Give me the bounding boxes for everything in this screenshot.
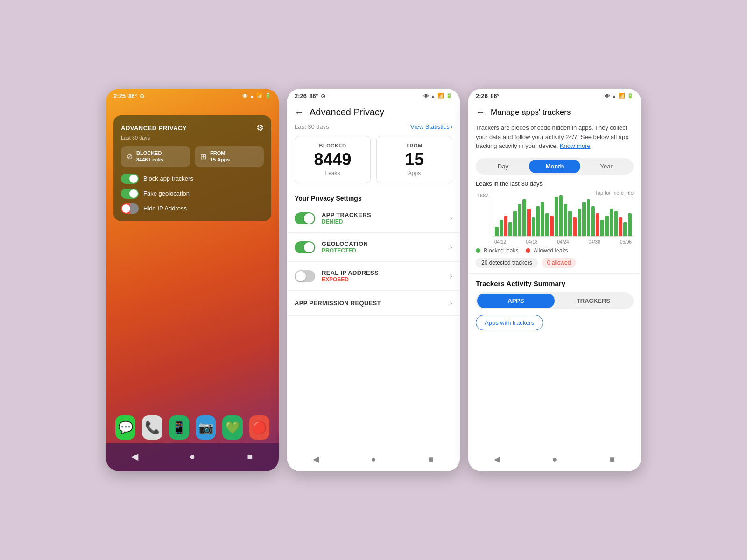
chart-bar-6[interactable]	[522, 199, 526, 236]
signal-icon-3: 📶	[619, 93, 625, 99]
chart-bar-19[interactable]	[582, 202, 586, 236]
time-3: 2:26	[476, 92, 488, 99]
ip-address-row[interactable]: REAL IP ADDRESS EXPOSED ›	[287, 262, 460, 291]
view-stats-button[interactable]: View Statistics ›	[410, 123, 452, 130]
chart-bar-15[interactable]	[564, 204, 567, 236]
home-button-1[interactable]: ●	[183, 447, 202, 466]
chart-bar-26[interactable]	[614, 211, 618, 236]
app-trackers-chevron[interactable]: ›	[450, 213, 452, 223]
fake-geo-toggle[interactable]	[121, 189, 139, 199]
permission-row[interactable]: APP PERMISSION REQUEST ›	[287, 291, 460, 316]
widget-from-stat[interactable]: ⊞ FROM 15 Apps	[195, 146, 264, 167]
geolocation-row[interactable]: GEOLOCATION PROTECTED ›	[287, 233, 460, 262]
recents-button-3[interactable]: ■	[604, 451, 620, 468]
chart-bar-24[interactable]	[605, 216, 609, 236]
chart-bar-3[interactable]	[508, 222, 512, 236]
chart-bar-28[interactable]	[623, 222, 627, 236]
blocked-card-label: BLOCKED	[303, 143, 363, 148]
ip-address-toggle[interactable]	[295, 270, 315, 282]
ip-address-chevron[interactable]: ›	[450, 271, 452, 281]
divider-3	[468, 273, 641, 274]
chart-tap-info: Tap for more info	[595, 190, 634, 196]
recents-button-1[interactable]: ■	[240, 447, 259, 466]
app-phone[interactable]: 📞	[142, 415, 162, 440]
chart-container[interactable]: Tap for more info 1687	[493, 190, 634, 237]
back-button-3[interactable]: ◀	[489, 451, 506, 468]
app-whatsapp[interactable]: 💚	[222, 415, 242, 440]
eye-icon-1: 👁	[242, 93, 247, 99]
chart-bar-22[interactable]	[596, 213, 599, 236]
recents-button-2[interactable]: ■	[423, 451, 439, 468]
activity-summary-label: Trackers Activity Summary	[468, 280, 641, 292]
app-camera[interactable]: 📷	[196, 415, 216, 440]
toggle-row-2: Fake geolocation	[121, 189, 264, 199]
widget-stats: ⊘ BLOCKED 8446 Leaks ⊞ FROM 15 Apps	[121, 146, 264, 167]
wifi-icon-2: ▲	[430, 93, 436, 99]
chart-bar-20[interactable]	[587, 199, 591, 236]
chart-bar-13[interactable]	[555, 197, 558, 236]
tab-trackers[interactable]: TRACKERS	[555, 294, 632, 308]
chart-bar-29[interactable]	[628, 213, 632, 236]
from-card: FROM 15 Apps	[376, 136, 452, 183]
chart-bar-27[interactable]	[619, 217, 622, 236]
chart-bar-17[interactable]	[573, 217, 577, 236]
back-button-2[interactable]: ◀	[308, 451, 324, 468]
tab-day[interactable]: Day	[477, 160, 529, 173]
chart-bar-10[interactable]	[541, 202, 544, 236]
chart-bar-25[interactable]	[610, 209, 613, 236]
chart-bar-16[interactable]	[568, 211, 572, 236]
tab-year[interactable]: Year	[580, 160, 632, 173]
chart-bar-1[interactable]	[500, 220, 503, 236]
home-button-3[interactable]: ●	[546, 451, 563, 468]
chart-bar-18[interactable]	[578, 209, 581, 236]
block-trackers-toggle[interactable]	[121, 174, 139, 184]
app-vivaldi[interactable]: 🔴	[249, 415, 269, 440]
chart-bar-7[interactable]	[527, 209, 531, 236]
chart-bar-14[interactable]	[559, 195, 563, 236]
temp-3: 86°	[491, 93, 499, 99]
chart-bar-4[interactable]	[513, 211, 517, 236]
back-arrow-3[interactable]: ←	[476, 107, 485, 118]
chart-bar-2[interactable]	[504, 216, 508, 236]
know-more-link[interactable]: Know more	[560, 142, 591, 149]
screen3-phone: 2:26 86° 👁 ▲ 📶 🔋 ← Manage apps' trackers…	[468, 89, 641, 471]
toggle-row-1: Block app trackers	[121, 174, 264, 184]
chart-bar-9[interactable]	[536, 206, 540, 236]
legend-blocked-dot	[476, 248, 480, 253]
hide-ip-toggle[interactable]	[121, 203, 139, 214]
chart-bar-12[interactable]	[550, 216, 554, 236]
widget-from-text: FROM 15 Apps	[210, 150, 230, 163]
chart-bar-0[interactable]	[495, 227, 499, 236]
app-trackers-toggle[interactable]	[295, 212, 315, 224]
period-row-2: Last 30 days View Statistics ›	[287, 121, 460, 136]
app-trackers-status: DENIED	[322, 218, 450, 225]
chart-bar-11[interactable]	[545, 213, 549, 236]
chart-bar-23[interactable]	[600, 220, 604, 236]
app-trackers-content: APP TRACKERS DENIED	[322, 211, 450, 225]
chart-bar-8[interactable]	[532, 217, 536, 236]
app-trackers-row[interactable]: APP TRACKERS DENIED ›	[287, 204, 460, 233]
chart-bar-21[interactable]	[591, 206, 595, 236]
back-arrow-2[interactable]: ←	[295, 107, 304, 118]
geolocation-toggle[interactable]	[295, 241, 315, 253]
widget-blocked-stat[interactable]: ⊘ BLOCKED 8446 Leaks	[121, 146, 190, 167]
tab-month[interactable]: Month	[529, 160, 581, 173]
app-calls[interactable]: 📱	[169, 415, 189, 440]
back-button-1[interactable]: ◀	[126, 447, 144, 466]
status-bar-3: 2:26 86° 👁 ▲ 📶 🔋	[468, 89, 641, 101]
tab-apps[interactable]: APPS	[477, 294, 555, 308]
home-button-2[interactable]: ●	[365, 451, 382, 468]
app-messages[interactable]: 💬	[115, 415, 135, 440]
bottom-nav-1: ◀ ● ■	[106, 443, 279, 471]
chart-y-label: 1687	[477, 193, 488, 198]
chart-bar-5[interactable]	[518, 204, 521, 236]
chart-legend: Blocked leaks Allowed leaks	[476, 245, 634, 258]
apps-with-trackers-button[interactable]: Apps with trackers	[476, 315, 543, 330]
ip-address-content: REAL IP ADDRESS EXPOSED	[322, 269, 450, 283]
gear-icon[interactable]: ⚙	[256, 123, 264, 133]
permission-chevron[interactable]: ›	[450, 298, 452, 308]
location-icon-1: ⊙	[140, 93, 144, 99]
battery-icon-1: 🔋	[265, 93, 271, 99]
geolocation-chevron[interactable]: ›	[450, 242, 452, 252]
allowed-trackers-badge: 0 allowed	[542, 258, 577, 268]
